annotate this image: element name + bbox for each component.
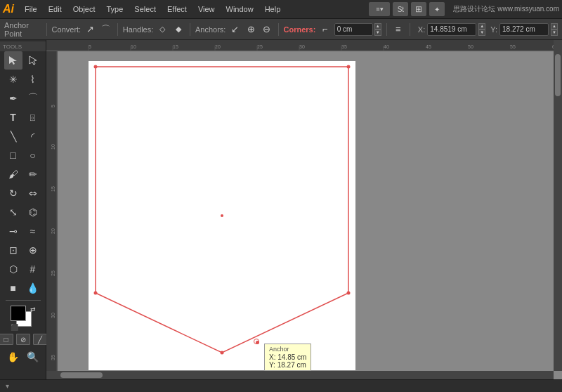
xy-coords: X: 14.8519 cm ▲ ▼ Y: 18.272 cm ▲ ▼ <box>418 23 558 36</box>
y-down[interactable]: ▼ <box>551 30 558 36</box>
handles-btn1[interactable]: ◇ <box>156 22 169 37</box>
magic-wand-tool[interactable]: ✳ <box>4 70 22 89</box>
lasso-tool[interactable]: ⌇ <box>24 70 42 89</box>
pen-tool[interactable]: ✒ <box>4 89 22 107</box>
corners-down[interactable]: ▼ <box>374 30 381 36</box>
menu-select[interactable]: Select <box>129 4 161 15</box>
menu-type[interactable]: Type <box>102 4 129 15</box>
menu-edit[interactable]: Edit <box>44 4 67 15</box>
menu-view[interactable]: View <box>193 4 220 15</box>
svg-text:10: 10 <box>51 144 55 150</box>
tool-sep1 <box>6 300 41 301</box>
corners-up[interactable]: ▲ <box>374 23 381 30</box>
menu-object[interactable]: Object <box>68 4 100 15</box>
tool-row-7: 🖌 ✏ <box>0 165 46 183</box>
handles-btn2[interactable]: ◆ <box>172 22 185 37</box>
mesh-tool[interactable]: # <box>24 260 42 278</box>
sep5 <box>386 23 387 36</box>
eyedropper-tool[interactable]: 💧 <box>24 279 42 297</box>
x-down[interactable]: ▼ <box>478 30 485 36</box>
st-icon[interactable]: St <box>393 2 408 16</box>
free-transform-tool[interactable]: ⊡ <box>4 241 22 259</box>
grid-icon[interactable]: ⊞ <box>411 2 426 16</box>
perspective-tool[interactable]: ⬡ <box>4 260 22 278</box>
rect-tool[interactable]: □ <box>4 146 22 164</box>
anchors-btn1[interactable]: ↙ <box>228 22 241 37</box>
tool-row-3: ✒ ⌒ <box>0 89 46 107</box>
stroke-btn[interactable]: ⊘ <box>16 334 30 345</box>
tool-row-zoom: ✋ 🔍 <box>0 348 46 366</box>
convert-btn1[interactable]: ↗ <box>84 22 96 37</box>
canvas-area[interactable]: 5 10 15 20 25 30 35 40 45 50 55 60 <box>46 40 562 379</box>
svg-text:20: 20 <box>51 228 55 234</box>
x-up[interactable]: ▲ <box>478 23 485 30</box>
ruler-left: 5 10 15 20 25 30 35 <box>46 51 58 379</box>
ruler-top: 5 10 15 20 25 30 35 40 45 50 55 60 <box>46 40 562 51</box>
menu-help[interactable]: Help <box>260 4 286 15</box>
menu-effect[interactable]: Effect <box>162 4 192 15</box>
anchor-dot <box>256 341 259 344</box>
y-value: 18.272 cm <box>499 23 549 36</box>
menu-file[interactable]: File <box>20 4 42 15</box>
target-icon[interactable]: ✦ <box>429 2 445 16</box>
convert-btn2[interactable]: ⌒ <box>100 22 112 37</box>
tool-row-13: ■ 💧 <box>0 279 46 297</box>
h-scroll-thumb[interactable] <box>60 372 103 378</box>
warp-tool[interactable]: ≈ <box>24 222 42 240</box>
corners-icon[interactable]: ⌐ <box>318 22 331 37</box>
vertical-scrollbar[interactable] <box>554 40 562 371</box>
menu-window[interactable]: Window <box>221 4 259 15</box>
brand-text: 思路设计论坛 www.missyuan.com <box>453 4 559 14</box>
scale-tool[interactable]: ⤡ <box>4 203 22 221</box>
corners-spinbox[interactable]: ▲ ▼ <box>374 23 381 36</box>
y-up[interactable]: ▲ <box>551 23 558 30</box>
essentials-icon[interactable]: ≡▾ <box>369 2 390 16</box>
tool-row-2: ✳ ⌇ <box>0 70 46 89</box>
tool-row-11: ⊡ ⊕ <box>0 241 46 259</box>
pencil-tool[interactable]: ✏ <box>24 165 42 183</box>
tool-row-10: ⊸ ≈ <box>0 222 46 240</box>
tool-row-6: □ ○ <box>0 146 46 164</box>
arc-tool[interactable]: ◜ <box>24 127 42 145</box>
convert-label: Convert: <box>52 25 81 34</box>
anchors-btn3[interactable]: ⊖ <box>260 22 273 37</box>
svg-point-36 <box>221 214 223 217</box>
shape-svg <box>89 61 355 370</box>
width-tool[interactable]: ⊸ <box>4 222 22 240</box>
reset-colors-icon[interactable]: ⬛ <box>11 324 18 331</box>
type-vertical-tool[interactable]: ⌻ <box>24 108 42 126</box>
swap-colors-icon[interactable]: ⇄ <box>30 306 36 313</box>
color-boxes[interactable]: ⇄ ⬛ <box>11 306 36 331</box>
sep2 <box>117 23 118 36</box>
hand-tool[interactable]: ✋ <box>4 348 22 366</box>
more-options-btn[interactable]: ≡ <box>392 22 405 37</box>
fill-btn[interactable]: □ <box>0 334 13 345</box>
svg-text:15: 15 <box>173 44 178 49</box>
svg-text:40: 40 <box>384 44 389 49</box>
direct-selection-tool[interactable] <box>24 51 42 70</box>
svg-text:50: 50 <box>468 44 473 49</box>
menu-bar: Ai File Edit Object Type Select Effect V… <box>0 0 562 19</box>
ellipse-tool[interactable]: ○ <box>24 146 42 164</box>
selection-tool[interactable] <box>4 51 22 70</box>
svg-text:5: 5 <box>89 44 91 49</box>
foreground-color[interactable] <box>11 306 26 321</box>
curvature-tool[interactable]: ⌒ <box>24 89 42 107</box>
paintbrush-tool[interactable]: 🖌 <box>4 165 22 183</box>
y-spinbox[interactable]: ▲ ▼ <box>551 23 558 36</box>
corners-input[interactable] <box>334 23 373 36</box>
gradient-tool[interactable]: ■ <box>4 279 22 297</box>
rotate-tool[interactable]: ↻ <box>4 184 22 202</box>
zoom-tool[interactable]: 🔍 <box>24 348 42 366</box>
shear-tool[interactable]: ⌬ <box>24 203 42 221</box>
horizontal-scrollbar[interactable] <box>46 371 554 379</box>
type-tool[interactable]: T <box>4 108 22 126</box>
v-scroll-thumb[interactable] <box>555 54 561 96</box>
none-btn[interactable]: ╱ <box>33 334 47 345</box>
shape-builder-tool[interactable]: ⊕ <box>24 241 42 259</box>
svg-text:15: 15 <box>51 186 55 192</box>
anchors-btn2[interactable]: ⊕ <box>244 22 257 37</box>
reflect-tool[interactable]: ⇔ <box>24 184 42 202</box>
x-spinbox[interactable]: ▲ ▼ <box>478 23 485 36</box>
line-tool[interactable]: ╲ <box>4 127 22 145</box>
